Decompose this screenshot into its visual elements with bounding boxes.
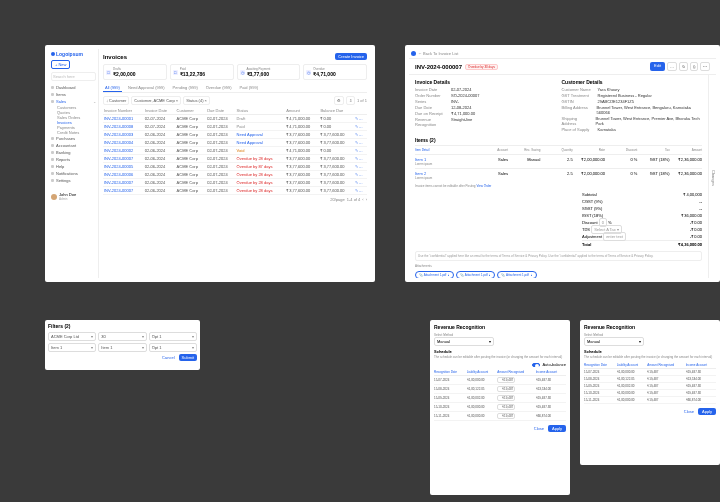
- rev-close-ro[interactable]: Close: [682, 408, 696, 415]
- nav-banking[interactable]: Banking: [51, 149, 96, 156]
- filters-submit[interactable]: Submit: [179, 354, 197, 361]
- tab[interactable]: Pending (999): [171, 84, 200, 92]
- amount-input[interactable]: ₹19,487: [497, 377, 515, 383]
- total-line: TDS Select A Tax ▾-₹0.00: [582, 226, 702, 233]
- rev-apply[interactable]: Apply: [548, 425, 566, 432]
- rev-row: 15-10-2024₹1,00,000.00₹19,487₹19,487.30: [434, 403, 566, 412]
- filter-select[interactable]: Item 1▾: [98, 343, 146, 352]
- overflow-button[interactable]: ⋯: [700, 62, 710, 71]
- row-edit-icon[interactable]: ✎ …: [354, 163, 367, 171]
- table-row[interactable]: INV-2024-0000602-06-2024ACME Corp02-07-2…: [103, 171, 367, 179]
- refresh-button[interactable]: ↻: [679, 62, 688, 71]
- brand-logo: Logoipsum: [51, 51, 96, 57]
- rev-apply-ro[interactable]: Apply: [698, 408, 716, 415]
- edit-button[interactable]: Edit: [650, 62, 665, 71]
- row-edit-icon[interactable]: ✎ …: [354, 147, 367, 155]
- table-row[interactable]: INV-2024-0000202-06-2024ACME Corp02-07-2…: [103, 147, 367, 155]
- tab[interactable]: All (999): [103, 84, 122, 92]
- row-edit-icon[interactable]: ✎ …: [354, 139, 367, 147]
- filter-select[interactable]: Item 1▾: [48, 343, 96, 352]
- nav-items[interactable]: Items: [51, 91, 96, 98]
- nav-sales[interactable]: Sales⌄: [51, 98, 96, 105]
- user-menu[interactable]: John DoeAdmin: [51, 192, 96, 201]
- filter-customer[interactable]: ↓ Customer: [103, 96, 129, 105]
- more-1[interactable]: …: [667, 62, 677, 71]
- row-edit-icon[interactable]: ✎ …: [354, 123, 367, 131]
- kv-row: GSTIN29ABCDE1234F1Z5: [562, 99, 703, 104]
- nav-settings[interactable]: Settings: [51, 177, 96, 184]
- filters-cancel[interactable]: Cancel: [160, 354, 176, 361]
- nav-purchases[interactable]: Purchases: [51, 135, 96, 142]
- col-header[interactable]: Amount: [285, 107, 319, 115]
- filter-select[interactable]: Opt 1▾: [149, 343, 197, 352]
- tab[interactable]: Paid (999): [238, 84, 260, 92]
- attachment-chip[interactable]: 📎 Attachment 1.pdf ⭳: [415, 271, 454, 278]
- table-row[interactable]: INV-2024-0000402-06-2024ACME Corp02-07-2…: [103, 139, 367, 147]
- kv-row: Due on Receipt₹4,71,000.00: [415, 111, 556, 116]
- amount-input[interactable]: ₹19,487: [497, 413, 515, 419]
- kv-row: GST TreatmentRegistered Business - Regul…: [562, 93, 703, 98]
- col-header[interactable]: Invoice Number: [103, 107, 144, 115]
- chip-status[interactable]: Status (4) ×: [183, 96, 210, 105]
- tab[interactable]: Need Approval (999): [126, 84, 167, 92]
- filter-select[interactable]: 30▾: [98, 332, 146, 341]
- attachment-chip[interactable]: 📎 Attachment 1.pdf ⭳: [456, 271, 495, 278]
- schedule-label-ro: Schedule: [584, 349, 716, 354]
- method-select[interactable]: Manual▾: [434, 337, 494, 346]
- page-size[interactable]: 20/page: [330, 197, 344, 202]
- col-header[interactable]: [354, 107, 367, 115]
- filter-select[interactable]: ACME Corp Ltd▾: [48, 332, 96, 341]
- row-edit-icon[interactable]: ✎ …: [354, 179, 367, 187]
- export-button[interactable]: ⇩: [346, 96, 355, 105]
- nav-help[interactable]: Help: [51, 163, 96, 170]
- changes-tab[interactable]: Changes: [708, 75, 716, 278]
- table-row[interactable]: INV-2024-0000702-06-2024ACME Corp02-07-2…: [103, 179, 367, 187]
- tab[interactable]: Overdue (999): [204, 84, 234, 92]
- amount-input[interactable]: ₹19,487: [497, 404, 515, 410]
- create-invoice-button[interactable]: Create Invoice: [335, 53, 367, 60]
- nav-notifications[interactable]: Notifications: [51, 170, 96, 177]
- attachment-chip[interactable]: 📎 Attachment 1.pdf ⭳: [497, 271, 536, 278]
- search-input[interactable]: Search here: [51, 72, 96, 81]
- amount-input[interactable]: ₹19,487: [497, 395, 515, 401]
- chip-customer[interactable]: Customer, ACME Corp ×: [131, 96, 181, 105]
- table-row[interactable]: INV-2024-0000802-07-2024ACME Corp02-07-2…: [103, 123, 367, 131]
- table-row[interactable]: INV-2024-0000502-06-2024ACME Corp02-07-2…: [103, 163, 367, 171]
- kv-row: Due Date12-08-2024: [415, 105, 556, 110]
- filter-button[interactable]: ⚙: [334, 96, 344, 105]
- new-button[interactable]: + New: [51, 60, 70, 69]
- next-page[interactable]: ›: [366, 197, 367, 202]
- total-input[interactable]: enter text: [603, 232, 626, 241]
- method-select-ro[interactable]: Manual▾: [584, 337, 644, 346]
- total-line: Adjustment enter text -₹0.00: [582, 233, 702, 240]
- table-row[interactable]: INV-2024-0000702-06-2024ACME Corp02-07-2…: [103, 187, 367, 195]
- nav-reports[interactable]: Reports: [51, 156, 96, 163]
- table-row[interactable]: INV-2024-0000702-06-2024ACME Corp02-07-2…: [103, 155, 367, 163]
- rev-row: 15-09-2024₹1,00,002.00₹19,487₹19,487.30: [584, 383, 716, 390]
- col-header[interactable]: Invoice Date: [144, 107, 176, 115]
- col-header[interactable]: Status: [236, 107, 286, 115]
- row-edit-icon[interactable]: ✎ …: [354, 187, 367, 195]
- rev-row: 15-08-2024₹1,00,122.05₹19,487₹13,534.00: [434, 385, 566, 394]
- print-button[interactable]: ⎙: [690, 62, 698, 71]
- view-order-link[interactable]: View Order: [476, 184, 491, 188]
- rev-close[interactable]: Close: [532, 425, 546, 432]
- row-edit-icon[interactable]: ✎ …: [354, 115, 367, 123]
- nav-accountant[interactable]: Accountant: [51, 142, 96, 149]
- row-edit-icon[interactable]: ✎ …: [354, 171, 367, 179]
- back-link[interactable]: ← Back To Invoice List: [418, 51, 458, 56]
- table-row[interactable]: INV-2024-0000302-06-2024ACME Corp02-07-2…: [103, 131, 367, 139]
- amount-input[interactable]: ₹19,487: [497, 386, 515, 392]
- col-header[interactable]: Customer: [176, 107, 207, 115]
- nav-dashboard[interactable]: Dashboard: [51, 84, 96, 91]
- kv-row: SeriesINV-: [415, 99, 556, 104]
- table-row[interactable]: INV-2024-0000102-07-2024ACME Corp02-07-2…: [103, 115, 367, 123]
- row-edit-icon[interactable]: ✎ …: [354, 155, 367, 163]
- prev-page[interactable]: ‹: [362, 197, 363, 202]
- col-header[interactable]: Due Date: [206, 107, 235, 115]
- auto-balance-switch[interactable]: [532, 363, 540, 367]
- rev-row: 15-09-2024₹1,00,002.00₹19,487₹19,487.30: [434, 394, 566, 403]
- row-edit-icon[interactable]: ✎ …: [354, 131, 367, 139]
- col-header[interactable]: Balance Due: [319, 107, 353, 115]
- filter-select[interactable]: Opt 1▾: [149, 332, 197, 341]
